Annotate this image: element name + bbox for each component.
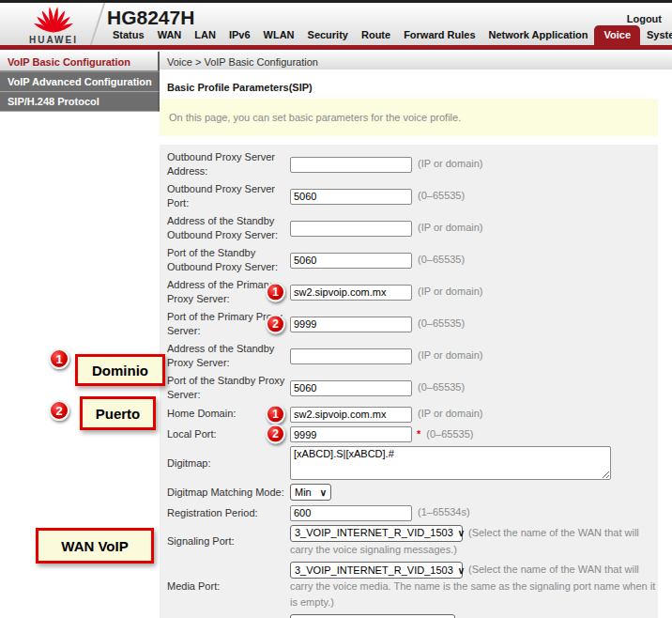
signaling-port-select[interactable]: 3_VOIP_INTERNET_R_VID_1503∨ xyxy=(290,525,463,542)
registration-period-input[interactable] xyxy=(290,505,412,521)
form-row: Digitmap Matching Mode:Min∨ xyxy=(167,482,658,502)
router-admin-page: HUAWEI HG8247H Logout StatusWANLANIPv6WL… xyxy=(0,0,672,618)
form-row: Region:∨ xyxy=(167,612,658,618)
select-value: 3_VOIP_INTERNET_R_VID_1503 xyxy=(295,563,453,579)
form-row: Port of the Primary Proxy Server:2(0–655… xyxy=(167,308,658,340)
field-area: (0–65535) xyxy=(290,379,658,396)
nav-tabs: StatusWANLANIPv6WLANSecurityRouteForward… xyxy=(106,25,672,45)
field-hint: (IP or domain) xyxy=(418,349,483,361)
field-area: (IP or domain) xyxy=(290,220,658,237)
annotation-badge-1: 1 xyxy=(266,404,285,424)
tab-forward-rules[interactable]: Forward Rules xyxy=(397,26,481,45)
field-label: Outbound Proxy Server Port: xyxy=(167,182,290,210)
tab-system-tools[interactable]: System Tools xyxy=(640,26,672,45)
annotation-badge-1: 1 xyxy=(49,348,69,369)
logout-link[interactable]: Logout xyxy=(627,13,662,24)
address-of-the-standby-outbound-proxy-server-input[interactable] xyxy=(290,221,412,237)
annotation-badge-2: 2 xyxy=(266,425,285,444)
address-of-the-standby-proxy-server-input[interactable] xyxy=(290,348,412,364)
tab-wlan[interactable]: WLAN xyxy=(257,26,301,45)
field-hint: (0–65535) xyxy=(418,317,465,329)
form-row: Address of the Primary Proxy Server:1(IP… xyxy=(167,276,658,308)
huawei-logo: HUAWEI xyxy=(13,6,94,45)
field-hint: (1–65534s) xyxy=(418,506,470,518)
sidebar-item-sip-h-248-protocol-conversion[interactable]: SIP/H.248 Protocol Conversion xyxy=(0,92,160,112)
region-select[interactable]: ∨ xyxy=(290,614,455,618)
chevron-down-icon: ∨ xyxy=(458,525,465,541)
field-hint: (IP or domain) xyxy=(418,408,483,419)
form-row: Home Domain:1(IP or domain) xyxy=(167,404,658,425)
tab-route[interactable]: Route xyxy=(355,26,397,45)
form-row: Media Port:3_VOIP_INTERNET_R_VID_1503∨(S… xyxy=(167,560,658,612)
form-row: Address of the Standby Proxy Server:(IP … xyxy=(167,340,658,372)
address-of-the-primary-proxy-server-input[interactable] xyxy=(290,285,412,301)
field-label: Media Port: xyxy=(167,579,290,594)
field-hint: (IP or domain) xyxy=(418,286,483,297)
annotation-box-dominio: Dominio xyxy=(75,354,165,386)
form-panel: Outbound Proxy Server Address:(IP or dom… xyxy=(160,145,658,618)
form-row: Port of the Standby Outbound Proxy Serve… xyxy=(167,244,658,276)
annotation-badge-2: 2 xyxy=(49,400,69,421)
tab-lan[interactable]: LAN xyxy=(188,26,222,45)
tab-ipv6[interactable]: IPv6 xyxy=(222,26,257,45)
digitmap-matching-mode-select[interactable]: Min∨ xyxy=(290,484,331,501)
field-area: 1(IP or domain) xyxy=(290,284,658,301)
sidebar-item-voip-basic-configuration[interactable]: VoIP Basic Configuration xyxy=(0,52,160,72)
form-row: Local Port:2*(0–65535) xyxy=(167,425,658,445)
port-of-the-primary-proxy-server-input[interactable] xyxy=(290,317,412,332)
select-value: Min xyxy=(295,485,312,501)
media-port-select[interactable]: 3_VOIP_INTERNET_R_VID_1503∨ xyxy=(290,562,463,579)
field-hint: (0–65535) xyxy=(418,190,465,201)
outbound-proxy-server-port-input[interactable] xyxy=(290,189,412,205)
form-row: Registration Period:(1–65534s) xyxy=(167,502,658,523)
sidebar-item-voip-advanced-configuration[interactable]: VoIP Advanced Configuration xyxy=(0,72,160,92)
tab-security[interactable]: Security xyxy=(301,26,355,45)
select-value: 3_VOIP_INTERNET_R_VID_1503 xyxy=(295,525,453,541)
field-label: Digitmap Matching Mode: xyxy=(167,486,290,500)
field-hint: (IP or domain) xyxy=(418,158,483,169)
header: HUAWEI HG8247H Logout StatusWANLANIPv6WL… xyxy=(0,3,672,45)
field-area xyxy=(290,446,658,480)
form-row: Outbound Proxy Server Address:(IP or dom… xyxy=(167,148,658,180)
form-row: Port of the Standby Proxy Server:(0–6553… xyxy=(167,372,658,404)
tab-voice[interactable]: Voice xyxy=(594,25,640,45)
field-area: (IP or domain) xyxy=(290,348,658,364)
digitmap-textarea[interactable] xyxy=(290,446,611,480)
tab-network-application[interactable]: Network Application xyxy=(482,26,595,45)
port-of-the-standby-outbound-proxy-server-input[interactable] xyxy=(290,253,412,269)
chevron-down-icon: ∨ xyxy=(458,563,465,579)
annotation-box-puerto: Puerto xyxy=(80,396,156,430)
field-area: 1(IP or domain) xyxy=(290,406,658,423)
required-asterisk: * xyxy=(417,428,420,440)
field-label: Port of the Standby Proxy Server: xyxy=(167,374,290,402)
field-area: Min∨ xyxy=(290,484,658,501)
field-hint: (IP or domain) xyxy=(418,222,483,233)
port-of-the-standby-proxy-server-input[interactable] xyxy=(290,380,412,396)
huawei-flower-icon xyxy=(32,6,75,37)
tab-status[interactable]: Status xyxy=(106,26,151,45)
chevron-down-icon: ∨ xyxy=(444,615,451,618)
form-row: Address of the Standby Outbound Proxy Se… xyxy=(167,212,658,244)
form-row: Outbound Proxy Server Port:(0–65535) xyxy=(167,180,658,212)
field-label: Digitmap: xyxy=(167,456,290,471)
field-area: (1–65534s) xyxy=(290,504,658,521)
brand-text: HUAWEI xyxy=(13,35,94,45)
outbound-proxy-server-address-input[interactable] xyxy=(290,157,412,173)
field-area: (IP or domain) xyxy=(290,156,658,173)
section-title: Basic Profile Parameters(SIP) xyxy=(160,77,658,99)
field-hint: (0–65535) xyxy=(418,381,465,393)
page-content: Voice > VoIP Basic Configuration Basic P… xyxy=(160,52,672,618)
breadcrumb: Voice > VoIP Basic Configuration xyxy=(160,52,672,72)
annotation-badge-1: 1 xyxy=(266,283,285,302)
field-area: 3_VOIP_INTERNET_R_VID_1503∨(Select the n… xyxy=(290,525,658,558)
home-domain-input[interactable] xyxy=(290,407,412,423)
form-row: Signaling Port:3_VOIP_INTERNET_R_VID_150… xyxy=(167,523,658,560)
field-label: Outbound Proxy Server Address: xyxy=(167,150,290,178)
field-hint: (0–65535) xyxy=(418,254,465,265)
field-area: (0–65535) xyxy=(290,188,658,205)
content-inner: Basic Profile Parameters(SIP) On this pa… xyxy=(160,72,672,618)
field-area: 2(0–65535) xyxy=(290,316,658,332)
local-port-input[interactable] xyxy=(290,426,412,442)
tab-wan[interactable]: WAN xyxy=(151,26,189,45)
field-label: Signaling Port: xyxy=(167,534,290,548)
